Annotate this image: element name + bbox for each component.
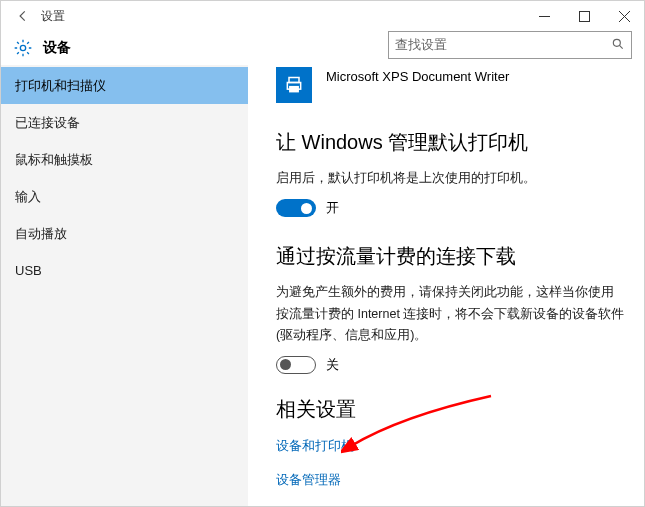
toggle-default-printer-label: 开 <box>326 199 339 217</box>
search-input[interactable]: 查找设置 <box>388 31 632 59</box>
sidebar-item-label: 已连接设备 <box>15 114 80 132</box>
page-title: 设备 <box>43 39 71 57</box>
sidebar-item-label: 输入 <box>15 188 41 206</box>
toggle-default-printer[interactable] <box>276 199 316 217</box>
sidebar-item-label: 鼠标和触摸板 <box>15 151 93 169</box>
svg-line-6 <box>619 45 622 48</box>
window-title: 设置 <box>41 8 65 25</box>
search-placeholder: 查找设置 <box>395 36 611 54</box>
toggle-metered-label: 关 <box>326 356 339 374</box>
minimize-button[interactable] <box>524 1 564 31</box>
section-metered-desc: 为避免产生额外的费用，请保持关闭此功能，这样当你使用按流量计费的 Interne… <box>276 282 626 346</box>
sidebar-item-printers[interactable]: 打印机和扫描仪 <box>1 67 248 104</box>
svg-rect-1 <box>579 11 589 21</box>
printer-icon <box>276 67 312 103</box>
sidebar-item-connected[interactable]: 已连接设备 <box>1 104 248 141</box>
sidebar-item-usb[interactable]: USB <box>1 252 248 289</box>
svg-point-5 <box>613 39 620 46</box>
sidebar-item-label: 打印机和扫描仪 <box>15 77 106 95</box>
close-button[interactable] <box>604 1 644 31</box>
sidebar-item-autoplay[interactable]: 自动播放 <box>1 215 248 252</box>
gear-icon <box>13 38 33 58</box>
sidebar-item-label: 自动播放 <box>15 225 67 243</box>
toggle-metered[interactable] <box>276 356 316 374</box>
printer-name[interactable]: Microsoft XPS Document Writer <box>326 69 509 84</box>
link-device-manager[interactable]: 设备管理器 <box>276 471 626 489</box>
section-metered-title: 通过按流量计费的连接下载 <box>276 243 626 270</box>
search-icon <box>611 37 625 54</box>
svg-point-4 <box>20 45 25 50</box>
sidebar-item-label: USB <box>15 263 42 278</box>
svg-rect-9 <box>290 87 298 92</box>
maximize-button[interactable] <box>564 1 604 31</box>
back-button[interactable] <box>9 2 37 30</box>
section-default-printer-desc: 启用后，默认打印机将是上次使用的打印机。 <box>276 168 626 189</box>
section-default-printer-title: 让 Windows 管理默认打印机 <box>276 129 626 156</box>
link-devices-printers[interactable]: 设备和打印机 <box>276 437 626 455</box>
sidebar-item-mouse[interactable]: 鼠标和触摸板 <box>1 141 248 178</box>
section-related-title: 相关设置 <box>276 396 626 423</box>
sidebar-item-typing[interactable]: 输入 <box>1 178 248 215</box>
